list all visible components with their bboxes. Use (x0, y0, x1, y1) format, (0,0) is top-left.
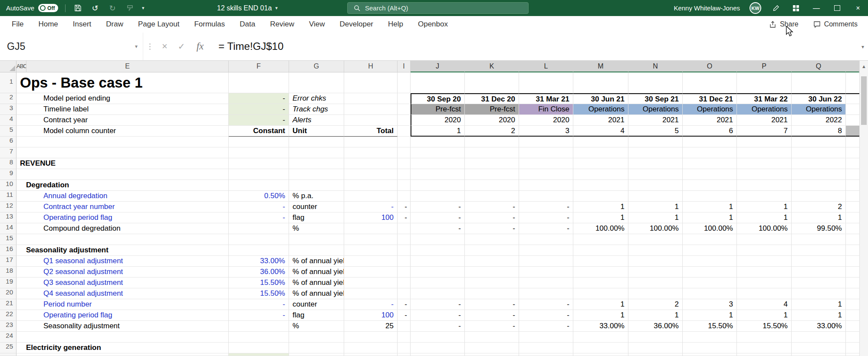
cell-F20[interactable]: 15.50% (229, 288, 289, 299)
cell-M21[interactable]: 1 (573, 299, 628, 310)
cell-N23[interactable]: 36.00% (628, 321, 683, 332)
cell-E4[interactable]: Contract year (16, 115, 229, 126)
cell-M22[interactable]: 1 (573, 310, 628, 321)
cell-I5[interactable] (398, 126, 411, 137)
column-header-L[interactable]: L (519, 61, 573, 72)
cell-R10[interactable] (846, 180, 859, 191)
cell-E2[interactable]: Model period ending (16, 93, 229, 104)
cell-M16[interactable] (573, 245, 628, 256)
cell-J3[interactable]: Pre-fcst (411, 104, 465, 115)
cell-R16[interactable] (846, 245, 859, 256)
cell-P12[interactable]: 1 (737, 202, 792, 212)
cell-L23[interactable]: - (519, 321, 573, 332)
cell-O4[interactable]: 2021 (683, 115, 737, 126)
cell-G12[interactable]: counter (289, 202, 344, 212)
cell-M3[interactable]: Operations (573, 104, 628, 115)
cell-K16[interactable] (465, 245, 519, 256)
cell-F13[interactable]: - (229, 212, 289, 223)
column-header-ABCD[interactable]: ABCD (16, 61, 26, 72)
cell-N5[interactable]: 5 (628, 126, 683, 137)
cell-K21[interactable]: - (465, 299, 519, 310)
cell-M8[interactable] (573, 158, 628, 169)
cell-E17[interactable]: Q1 seasonal adjustment (16, 256, 229, 267)
cell-L25[interactable] (519, 343, 573, 353)
cell-Q1[interactable] (792, 72, 846, 93)
cell-J2[interactable]: 30 Sep 20 (411, 93, 465, 104)
formula-input[interactable]: = Time!GJ$10 (218, 40, 283, 52)
cell-R4[interactable] (846, 115, 859, 126)
cell-E3[interactable]: Timeline label (16, 104, 229, 115)
cell-Q24[interactable] (792, 332, 846, 343)
cell-P14[interactable]: 100.00% (737, 223, 792, 234)
cell-J15[interactable] (411, 234, 465, 245)
cell-H8[interactable] (344, 158, 398, 169)
cell-F16[interactable] (229, 245, 289, 256)
cell-H25[interactable] (344, 343, 398, 353)
cell-Q14[interactable]: 99.50% (792, 223, 846, 234)
cell-J6[interactable] (411, 137, 465, 147)
cell-E8[interactable]: REVENUE (16, 158, 229, 169)
cell-Q10[interactable] (792, 180, 846, 191)
cell-O15[interactable] (683, 234, 737, 245)
cell-M23[interactable]: 33.00% (573, 321, 628, 332)
ribbon-tab-file[interactable]: File (4, 16, 31, 33)
cell-I18[interactable] (398, 267, 411, 278)
cell-O3[interactable]: Operations (683, 104, 737, 115)
cancel-icon[interactable]: × (162, 41, 168, 52)
avatar[interactable]: KW (750, 2, 761, 14)
quick-access-caret-icon[interactable]: ▾ (142, 5, 145, 11)
cell-F24[interactable] (229, 332, 289, 343)
ribbon-tab-page-layout[interactable]: Page Layout (131, 16, 187, 33)
cell-Q20[interactable] (792, 288, 846, 299)
cell-L21[interactable]: - (519, 299, 573, 310)
cell-K10[interactable] (465, 180, 519, 191)
cell-R15[interactable] (846, 234, 859, 245)
row-header-19[interactable]: 19 (0, 278, 16, 288)
row-header-15[interactable]: 15 (0, 234, 16, 245)
cell-J12[interactable]: - (411, 202, 465, 212)
cell-R23[interactable] (846, 321, 859, 332)
cell-O9[interactable] (683, 169, 737, 180)
cell-Q9[interactable] (792, 169, 846, 180)
cell-Q23[interactable]: 33.00% (792, 321, 846, 332)
cell-G9[interactable] (289, 169, 344, 180)
cell-O21[interactable]: 3 (683, 299, 737, 310)
cell-P4[interactable]: 2021 (737, 115, 792, 126)
cell-H18[interactable] (344, 267, 398, 278)
cell-J5[interactable]: 1 (411, 126, 465, 137)
cell-Q17[interactable] (792, 256, 846, 267)
cell-H23[interactable]: 25 (344, 321, 398, 332)
cell-N25[interactable] (628, 343, 683, 353)
cell-J7[interactable] (411, 147, 465, 158)
cell-M18[interactable] (573, 267, 628, 278)
redo-icon[interactable]: ↻ (107, 2, 118, 14)
cell-E1[interactable]: Ops - Base case 1 (16, 72, 229, 93)
cell-E20[interactable]: Q4 seasonal adjustment (16, 288, 229, 299)
cell-G23[interactable]: % (289, 321, 344, 332)
row-header-17[interactable]: 17 (0, 256, 16, 267)
cell-N15[interactable] (628, 234, 683, 245)
cell-G6[interactable] (289, 137, 344, 147)
cell-R13[interactable] (846, 212, 859, 223)
cell-N1[interactable] (628, 72, 683, 93)
cell-Q11[interactable] (792, 191, 846, 202)
cell-R3[interactable] (846, 104, 859, 115)
cell-L16[interactable] (519, 245, 573, 256)
cell-O17[interactable] (683, 256, 737, 267)
cell-H13[interactable]: 100 (344, 212, 398, 223)
cell-I10[interactable] (398, 180, 411, 191)
cell-G3[interactable]: Track chgs (289, 104, 344, 115)
minimize-button[interactable]: — (811, 4, 822, 12)
cell-N13[interactable]: 1 (628, 212, 683, 223)
cell-G17[interactable]: % of annual yield (289, 256, 344, 267)
cell-E24[interactable] (16, 332, 229, 343)
cell-N6[interactable] (628, 137, 683, 147)
cell-L9[interactable] (519, 169, 573, 180)
cell-O19[interactable] (683, 278, 737, 288)
cell-E9[interactable] (16, 169, 229, 180)
cell-M15[interactable] (573, 234, 628, 245)
cell-F18[interactable]: 36.00% (229, 267, 289, 278)
cell-M14[interactable]: 100.00% (573, 223, 628, 234)
cell-K1[interactable] (465, 72, 519, 93)
cell-R20[interactable] (846, 288, 859, 299)
